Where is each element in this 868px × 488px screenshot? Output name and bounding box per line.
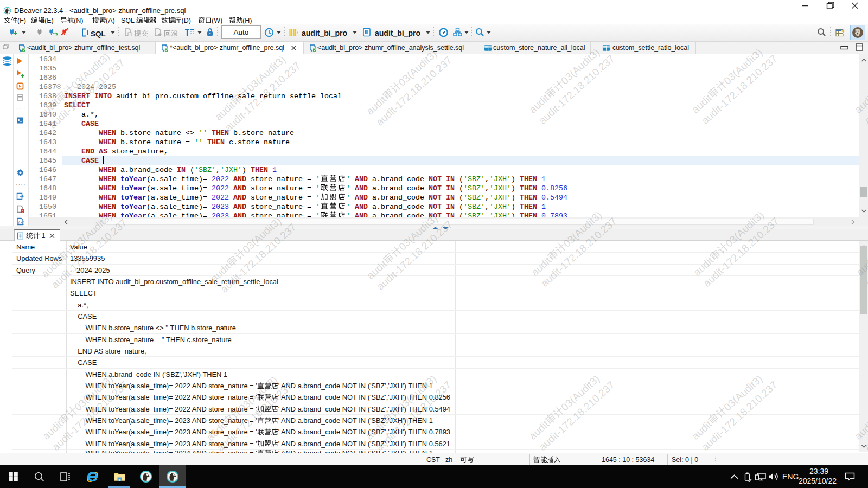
svg-text:(x): (x) [18,221,25,225]
